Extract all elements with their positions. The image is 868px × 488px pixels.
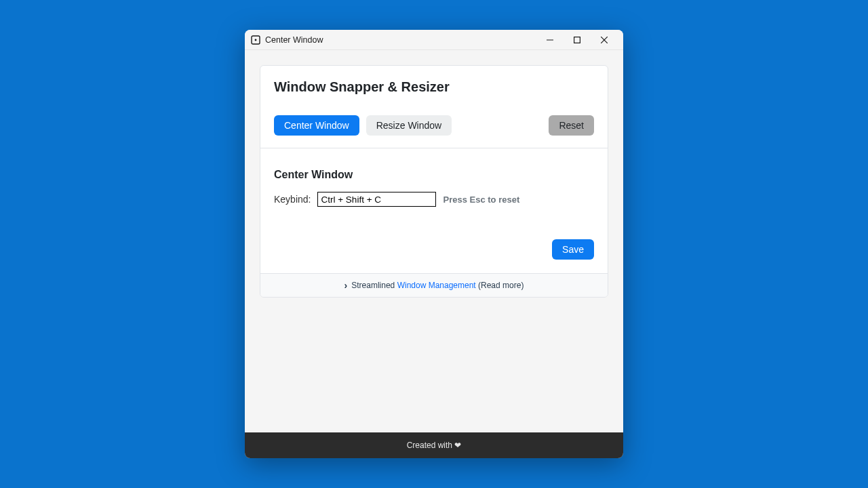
minimize-icon — [547, 37, 553, 43]
keybind-input[interactable] — [317, 192, 436, 207]
maximize-button[interactable] — [564, 30, 591, 49]
tab-row: Center Window Resize Window Reset — [260, 115, 608, 148]
panel-title: Center Window — [274, 169, 594, 181]
titlebar: Center Window — [245, 30, 623, 50]
center-window-panel: Center Window Keybind: Press Esc to rese… — [260, 148, 608, 273]
bottom-bar-text: Created with ❤ — [407, 441, 462, 450]
reset-button[interactable]: Reset — [549, 115, 594, 136]
card-title: Window Snapper & Resizer — [274, 79, 594, 95]
bottom-bar: Created with ❤ — [245, 432, 623, 458]
app-window: Center Window Window Snapper & Resizer C… — [245, 30, 623, 458]
footer-suffix: (Read more) — [476, 281, 524, 290]
card-footer: › Streamlined Window Management (Read mo… — [260, 273, 608, 297]
content-area: Window Snapper & Resizer Center Window R… — [245, 50, 623, 432]
keybind-hint: Press Esc to reset — [443, 195, 519, 205]
close-button[interactable] — [591, 30, 618, 49]
tab-resize-window[interactable]: Resize Window — [366, 115, 452, 136]
footer-prefix: Streamlined — [351, 281, 397, 290]
close-icon — [601, 37, 608, 43]
footer-text: Streamlined Window Management (Read more… — [351, 281, 524, 290]
app-icon — [250, 35, 261, 45]
svg-point-1 — [255, 39, 257, 41]
svg-rect-3 — [574, 37, 580, 43]
maximize-icon — [574, 37, 580, 43]
minimize-button[interactable] — [536, 30, 564, 49]
chevron-right-icon: › — [344, 281, 348, 290]
keybind-label: Keybind: — [274, 194, 311, 205]
window-title: Center Window — [265, 35, 323, 45]
tab-center-window[interactable]: Center Window — [274, 115, 359, 136]
settings-card: Window Snapper & Resizer Center Window R… — [260, 65, 608, 298]
footer-link[interactable]: Window Management — [397, 281, 476, 290]
save-row: Save — [274, 239, 594, 260]
card-header: Window Snapper & Resizer — [260, 66, 608, 95]
keybind-row: Keybind: Press Esc to reset — [274, 192, 594, 207]
save-button[interactable]: Save — [552, 239, 594, 260]
